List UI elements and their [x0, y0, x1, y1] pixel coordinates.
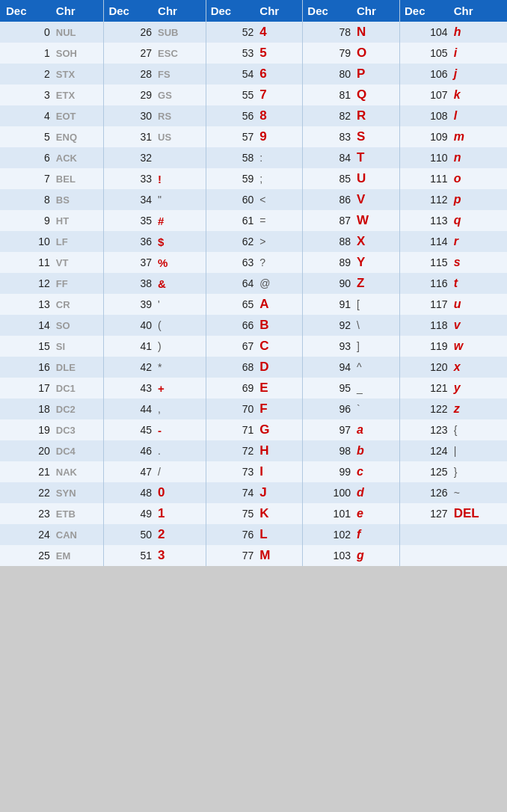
- dec-cell-1-1: 27: [104, 43, 155, 64]
- chr-cell-6-2: :: [256, 147, 303, 168]
- dec-cell-22-2: 74: [206, 482, 256, 503]
- dec-cell-11-0: 11: [0, 252, 53, 273]
- chr-cell-12-4: t: [451, 273, 507, 294]
- chr-cell-7-2: ;: [256, 168, 303, 189]
- chr-cell-9-3: W: [354, 210, 400, 231]
- dec-cell-12-0: 12: [0, 273, 53, 294]
- chr-cell-19-0: DC3: [53, 419, 104, 440]
- dec-cell-20-0: 20: [0, 440, 53, 461]
- table-row: 0NUL26SUB52478N104h: [0, 22, 507, 43]
- dec-cell-14-1: 40: [104, 315, 155, 336]
- chr-cell-13-4: u: [451, 294, 507, 315]
- dec-cell-0-2: 52: [206, 22, 256, 43]
- chr-cell-11-3: Y: [354, 252, 400, 273]
- chr-cell-25-0: EM: [53, 545, 104, 566]
- dec-cell-17-0: 17: [0, 378, 53, 399]
- chr-cell-0-0: NUL: [53, 22, 104, 43]
- dec-cell-4-1: 30: [104, 105, 155, 126]
- dec-cell-18-0: 18: [0, 399, 53, 419]
- chr-cell-11-2: ?: [256, 252, 303, 273]
- dec-cell-17-2: 69: [206, 378, 256, 399]
- chr-cell-6-3: T: [354, 147, 400, 168]
- col-chr-3: Chr: [256, 0, 303, 22]
- table-row: 8BS34"60<86V112p: [0, 189, 507, 210]
- chr-cell-10-1: $: [155, 231, 206, 252]
- table-row: 7BEL33!59;85U111o: [0, 168, 507, 189]
- chr-cell-2-0: STX: [53, 64, 104, 84]
- chr-cell-4-3: R: [354, 105, 400, 126]
- dec-cell-6-0: 6: [0, 147, 53, 168]
- dec-cell-25-1: 51: [104, 545, 155, 566]
- chr-cell-1-1: ESC: [155, 43, 206, 64]
- chr-cell-16-3: ^: [354, 357, 400, 378]
- dec-cell-16-0: 16: [0, 357, 53, 378]
- table-row: 12FF38&64@90Z116t: [0, 273, 507, 294]
- dec-cell-13-1: 39: [104, 294, 155, 315]
- dec-cell-4-3: 82: [303, 105, 354, 126]
- dec-cell-9-4: 113: [400, 210, 451, 231]
- chr-cell-18-3: `: [354, 399, 400, 419]
- dec-cell-7-1: 33: [104, 168, 155, 189]
- chr-cell-7-1: !: [155, 168, 206, 189]
- dec-cell-18-3: 96: [303, 399, 354, 419]
- dec-cell-14-4: 118: [400, 315, 451, 336]
- chr-cell-22-2: J: [256, 482, 303, 503]
- dec-cell-2-4: 106: [400, 64, 451, 84]
- chr-cell-13-3: [: [354, 294, 400, 315]
- chr-cell-3-3: Q: [354, 84, 400, 105]
- chr-cell-7-3: U: [354, 168, 400, 189]
- chr-cell-5-0: ENQ: [53, 126, 104, 147]
- table-row: 19DC345-71G97a123{: [0, 419, 507, 440]
- chr-cell-25-4: [451, 545, 507, 566]
- col-chr-5: Chr: [451, 0, 507, 22]
- chr-cell-4-0: EOT: [53, 105, 104, 126]
- dec-cell-19-1: 45: [104, 419, 155, 440]
- dec-cell-18-1: 44: [104, 399, 155, 419]
- table-row: 16DLE42*68D94^120x: [0, 357, 507, 378]
- chr-cell-21-1: /: [155, 461, 206, 482]
- table-row: 4EOT30RS56882R108l: [0, 105, 507, 126]
- chr-cell-13-1: ': [155, 294, 206, 315]
- ascii-table: Dec Chr Dec Chr Dec Chr Dec Chr Dec Chr …: [0, 0, 507, 566]
- chr-cell-3-2: 7: [256, 84, 303, 105]
- chr-cell-4-2: 8: [256, 105, 303, 126]
- dec-cell-11-3: 89: [303, 252, 354, 273]
- dec-cell-20-3: 98: [303, 440, 354, 461]
- chr-cell-0-4: h: [451, 22, 507, 43]
- dec-cell-21-1: 47: [104, 461, 155, 482]
- chr-cell-21-3: c: [354, 461, 400, 482]
- table-row: 15SI41)67C93]119w: [0, 336, 507, 357]
- chr-cell-3-4: k: [451, 84, 507, 105]
- dec-cell-19-2: 71: [206, 419, 256, 440]
- chr-cell-16-1: *: [155, 357, 206, 378]
- chr-cell-14-0: SO: [53, 315, 104, 336]
- dec-cell-8-4: 112: [400, 189, 451, 210]
- chr-cell-22-4: ~: [451, 482, 507, 503]
- table-row: 23ETB49175K101e127DEL: [0, 503, 507, 524]
- dec-cell-13-2: 65: [206, 294, 256, 315]
- dec-cell-21-2: 73: [206, 461, 256, 482]
- dec-cell-13-0: 13: [0, 294, 53, 315]
- table-row: 1SOH27ESC53579O105i: [0, 43, 507, 64]
- chr-cell-2-1: FS: [155, 64, 206, 84]
- chr-cell-21-0: NAK: [53, 461, 104, 482]
- chr-cell-1-4: i: [451, 43, 507, 64]
- dec-cell-9-2: 61: [206, 210, 256, 231]
- chr-cell-10-4: r: [451, 231, 507, 252]
- chr-cell-17-4: y: [451, 378, 507, 399]
- dec-cell-15-1: 41: [104, 336, 155, 357]
- chr-cell-12-2: @: [256, 273, 303, 294]
- dec-cell-0-1: 26: [104, 22, 155, 43]
- table-row: 21NAK47/73I99c125}: [0, 461, 507, 482]
- dec-cell-6-4: 110: [400, 147, 451, 168]
- dec-cell-1-3: 79: [303, 43, 354, 64]
- col-chr-2: Chr: [155, 0, 206, 22]
- chr-cell-0-2: 4: [256, 22, 303, 43]
- dec-cell-3-2: 55: [206, 84, 256, 105]
- chr-cell-24-0: CAN: [53, 524, 104, 545]
- chr-cell-1-0: SOH: [53, 43, 104, 64]
- chr-cell-8-1: ": [155, 189, 206, 210]
- dec-cell-9-1: 35: [104, 210, 155, 231]
- chr-cell-4-4: l: [451, 105, 507, 126]
- dec-cell-17-3: 95: [303, 378, 354, 399]
